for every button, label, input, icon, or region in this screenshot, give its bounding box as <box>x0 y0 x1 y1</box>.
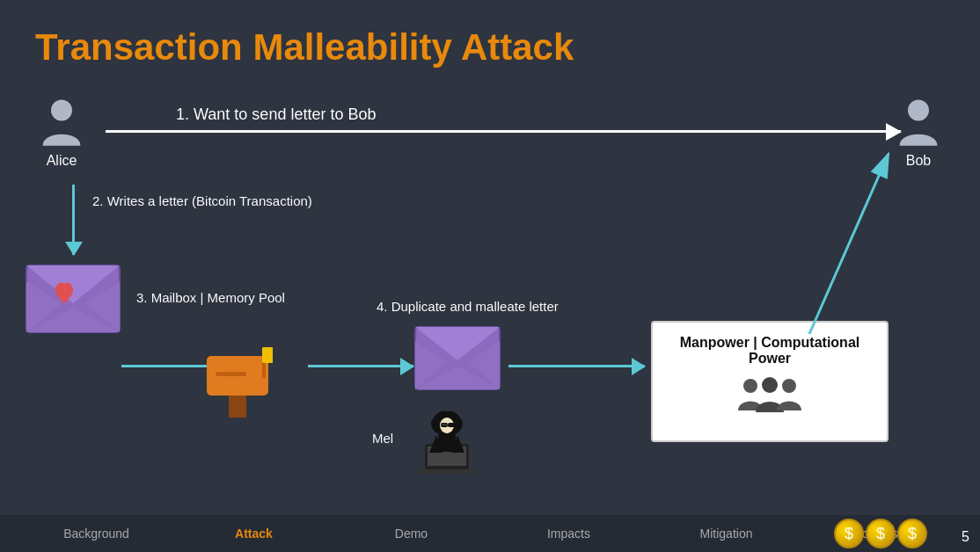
step2-label: 2. Writes a letter (Bitcoin Transaction) <box>92 192 312 210</box>
hacker-icon <box>412 404 482 475</box>
svg-rect-25 <box>438 434 456 452</box>
alice-label: Alice <box>47 153 77 169</box>
coin-1: $ <box>834 519 864 548</box>
arrow-manpower-to-bob <box>765 136 924 338</box>
svg-rect-19 <box>416 469 478 474</box>
group-icon <box>667 374 873 426</box>
step1-label: 1. Want to send letter to Bob <box>176 105 376 124</box>
dup-envelope <box>413 325 501 391</box>
svg-rect-10 <box>216 372 246 376</box>
bottom-nav: Background Attack Demo Impacts Mitigatio… <box>0 515 980 552</box>
coin-3: $ <box>897 519 927 548</box>
svg-rect-23 <box>448 423 455 427</box>
nav-attack[interactable]: Attack <box>175 527 333 541</box>
alice-envelope <box>25 264 121 334</box>
nav-demo[interactable]: Demo <box>333 527 490 541</box>
coin-2: $ <box>866 519 896 548</box>
page-number: 5 <box>962 529 969 545</box>
svg-rect-9 <box>262 347 273 363</box>
mel-label: Mel <box>372 431 393 446</box>
nav-impacts[interactable]: Impacts <box>490 527 647 541</box>
svg-point-26 <box>743 379 757 393</box>
svg-point-1 <box>908 99 929 120</box>
svg-point-27 <box>762 377 778 393</box>
nav-mitigation[interactable]: Mitigation <box>647 527 805 541</box>
manpower-box: Manpower | Computational Power <box>651 321 889 442</box>
svg-point-0 <box>51 99 72 120</box>
slide-title: Transaction Malleability Attack <box>35 26 574 69</box>
arrow-alice-down <box>72 185 75 255</box>
step4-label: 4. Duplicate and malleate letter <box>377 297 559 316</box>
mailbox-icon <box>202 338 273 426</box>
arrow-mailbox-to-dup <box>308 365 413 367</box>
manpower-title: Manpower | Computational Power <box>667 335 873 367</box>
arrow-alice-to-bob <box>106 130 901 133</box>
step3-label: 3. Mailbox | Memory Pool <box>136 290 285 305</box>
coins-decoration: $ $ $ <box>834 519 927 548</box>
alice-icon <box>35 97 88 149</box>
svg-rect-11 <box>229 396 246 418</box>
alice-figure: Alice <box>35 97 88 169</box>
nav-background[interactable]: Background <box>18 527 175 541</box>
svg-line-30 <box>809 154 889 334</box>
slide: Transaction Malleability Attack 1. Want … <box>0 0 980 552</box>
arrow-dup-to-manpower <box>508 365 645 367</box>
svg-point-28 <box>782 379 796 393</box>
